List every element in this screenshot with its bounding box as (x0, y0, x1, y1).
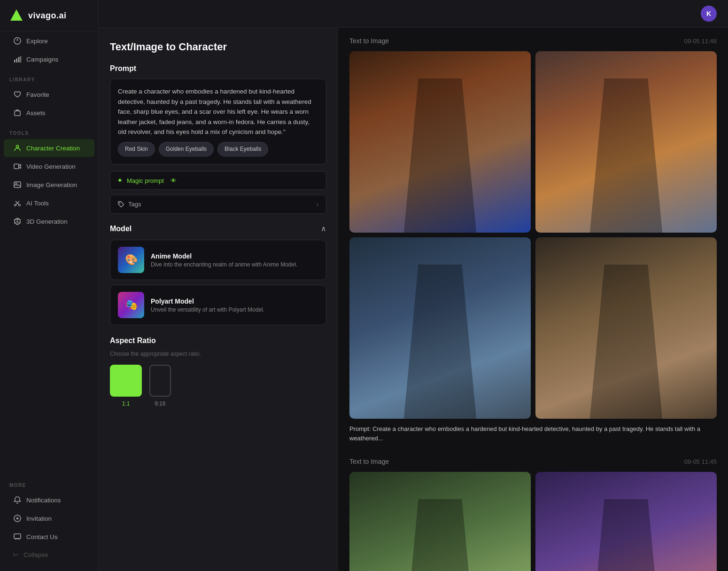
svg-point-8 (16, 145, 19, 148)
more-section-label: MORE (0, 474, 98, 491)
aspect-options: 1:1 9:16 (110, 365, 326, 407)
box-icon (13, 109, 22, 117)
panel-title: Text/Image to Character (110, 41, 326, 53)
user-avatar[interactable]: K (701, 6, 717, 22)
model-collapse-icon[interactable]: ∧ (321, 224, 326, 233)
tag-black-eyeballs[interactable]: Black Eyeballs (217, 142, 268, 156)
result-header-2: Text to Image 09-05 11:45 (349, 458, 717, 465)
library-section-label: LIBRARY (0, 69, 98, 85)
aspect-ratio-section: Aspect Ratio Choose the appropriate aspe… (110, 336, 326, 407)
sidebar-item-character-creation[interactable]: Character Creation (4, 139, 94, 157)
tags-section-button[interactable]: Tags › (110, 195, 326, 214)
main-content: Text/Image to Character Prompt Create a … (99, 28, 728, 571)
result-group-1: Text to Image 09-05 11:48 (349, 37, 717, 443)
prompt-tag-row: Red Skin Golden Eyeballs Black Eyeballs (118, 142, 318, 156)
app-name: vivago.ai (28, 11, 67, 21)
heart-icon (13, 90, 22, 99)
magic-prompt-label: Magic prompt (127, 177, 164, 184)
magic-icon: ✦ (117, 176, 123, 185)
tools-section-label: TOOLS (0, 122, 98, 139)
video-icon (13, 162, 22, 171)
anime-model-name: Anime Model (151, 252, 297, 260)
sidebar-item-contact-us[interactable]: Contact Us (4, 528, 94, 546)
aspect-box-9x16 (149, 365, 171, 397)
tag-golden-eyeballs[interactable]: Golden Eyeballs (159, 142, 214, 156)
anime-model-thumb: 🎨 (118, 247, 144, 273)
library-nav: Favorite Assets (0, 85, 98, 122)
svg-rect-5 (18, 57, 20, 63)
sidebar-item-explore[interactable]: Explore (4, 32, 94, 50)
prompt-section-title: Prompt (110, 64, 326, 73)
message-icon (13, 532, 22, 541)
sidebar-item-3d-generation[interactable]: 3D Generation (4, 212, 94, 230)
person-icon (13, 144, 22, 152)
polyart-model-info: Polyart Model Unveil the versatility of … (151, 297, 264, 313)
aspect-1x1[interactable]: 1:1 (110, 365, 142, 407)
polyart-model-card[interactable]: 🎭 Polyart Model Unveil the versatility o… (110, 285, 326, 325)
sidebar-logo: vivago.ai (0, 0, 98, 31)
sidebar-item-video-generation[interactable]: Video Generation (4, 157, 94, 175)
tools-nav: Character Creation Video Generation Imag… (0, 139, 98, 231)
scissors-icon (13, 199, 22, 207)
svg-rect-4 (16, 58, 18, 63)
result-image-1-1[interactable] (349, 51, 531, 233)
tags-arrow-icon: › (317, 201, 318, 208)
svg-point-13 (19, 204, 21, 206)
aspect-9x16[interactable]: 9:16 (149, 365, 171, 407)
sidebar-item-image-generation[interactable]: Image Generation (4, 176, 94, 194)
model-section-title: Model (110, 225, 132, 233)
collapse-label: Collapse (23, 551, 48, 558)
sidebar-item-notifications[interactable]: Notifications (4, 491, 94, 509)
compass-icon (13, 37, 22, 45)
anime-model-info: Anime Model Dive into the enchanting rea… (151, 252, 297, 268)
sidebar-item-label: Invitation (26, 515, 52, 522)
svg-rect-3 (14, 60, 15, 63)
logo-icon (9, 8, 23, 23)
result-group-2: Text to Image 09-05 11:45 (349, 458, 717, 571)
sidebar-item-label: AI Tools (26, 200, 49, 207)
sidebar: vivago.ai Explore Campaigns (0, 0, 99, 571)
svg-rect-7 (15, 111, 20, 116)
collapse-icon: ⊢ (13, 551, 19, 558)
right-panel: Text to Image 09-05 11:48 (338, 28, 728, 571)
model-section-header: Model ∧ (110, 224, 326, 233)
cube-icon (13, 217, 22, 226)
aspect-9x16-label: 9:16 (155, 400, 165, 407)
svg-rect-10 (14, 182, 21, 188)
magic-prompt-button[interactable]: ✦ Magic prompt 👁 (110, 171, 326, 190)
svg-point-16 (119, 202, 120, 203)
image-grid-2 (349, 472, 717, 571)
svg-rect-15 (14, 534, 21, 539)
sidebar-item-label: Favorite (26, 91, 49, 98)
tag-red-skin[interactable]: Red Skin (118, 142, 155, 156)
result-time-2: 09-05 11:45 (684, 458, 717, 465)
sidebar-item-assets[interactable]: Assets (4, 104, 94, 122)
prompt-content-1: Create a character who embodies a harden… (349, 425, 700, 442)
result-image-2-2[interactable] (535, 472, 717, 571)
result-prompt-1: Prompt: Create a character who embodies … (349, 424, 717, 443)
eye-icon: 👁 (170, 177, 177, 184)
svg-point-11 (15, 183, 17, 184)
collapse-button[interactable]: ⊢ Collapse (4, 546, 94, 563)
sidebar-item-label: Assets (26, 110, 46, 117)
main-area: K Text/Image to Character Prompt Create … (99, 0, 728, 571)
result-image-1-4[interactable] (535, 237, 717, 419)
sidebar-item-invitation[interactable]: Invitation (4, 509, 94, 527)
creator-panel: Text/Image to Character Prompt Create a … (99, 28, 338, 571)
sidebar-item-favorite[interactable]: Favorite (4, 86, 94, 103)
result-image-1-3[interactable] (349, 237, 531, 419)
plus-icon (13, 514, 22, 523)
model-section: Model ∧ 🎨 Anime Model Dive into the ench… (110, 224, 326, 325)
sidebar-item-label: Character Creation (26, 145, 80, 152)
sidebar-item-label: Image Generation (26, 181, 77, 188)
result-image-1-2[interactable] (535, 51, 717, 233)
result-time-1: 09-05 11:48 (684, 38, 717, 45)
more-nav: MORE Notifications Invitation (0, 474, 98, 571)
result-image-2-1[interactable] (349, 472, 531, 571)
sidebar-item-ai-tools[interactable]: AI Tools (4, 194, 94, 212)
prompt-textarea[interactable]: Create a character who embodies a harden… (110, 78, 326, 164)
sidebar-item-campaigns[interactable]: Campaigns (4, 50, 94, 68)
anime-model-card[interactable]: 🎨 Anime Model Dive into the enchanting r… (110, 240, 326, 280)
image-grid-1 (349, 51, 717, 419)
polyart-model-name: Polyart Model (151, 297, 264, 305)
